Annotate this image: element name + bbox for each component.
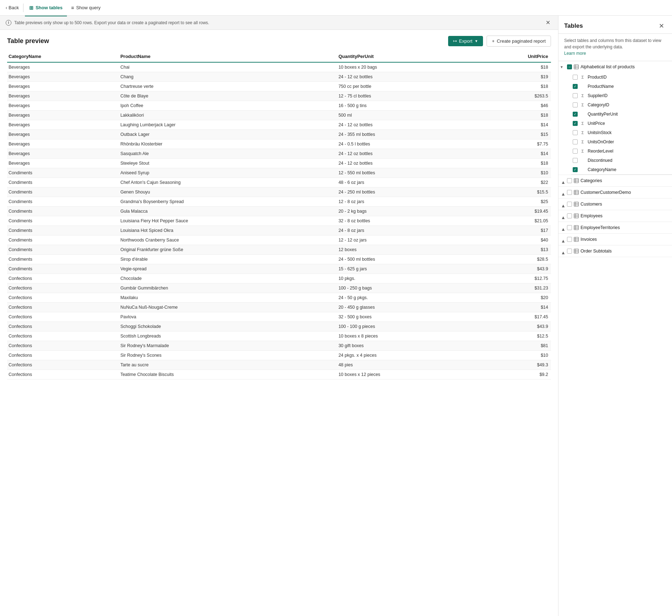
table-cell: Steeleye Stout [119, 159, 337, 168]
table-cell: Confections [7, 283, 119, 293]
table-cell: Grandma's Boysenberry Spread [119, 197, 337, 207]
sigma-icon: Σ [580, 94, 586, 98]
table-cell: Gumbär Gummibärchen [119, 283, 337, 293]
table-cell: $22 [477, 178, 551, 187]
tree-table-label: Categories [581, 178, 602, 183]
table-cell: $9.2 [477, 370, 551, 379]
column-item: Discontinued [571, 156, 672, 165]
tree-table-header[interactable]: ▶ Employees [558, 210, 672, 222]
column-checkbox[interactable] [573, 102, 578, 107]
chevron-icon: ▶ [561, 248, 565, 254]
table-row: CondimentsVegie-spread15 - 625 g jars$43… [7, 264, 551, 274]
tree-table-checkbox[interactable] [567, 213, 572, 218]
back-button[interactable]: ‹ Back [3, 4, 22, 12]
table-cell: 500 ml [337, 111, 477, 120]
table-cell: 750 cc per bottle [337, 82, 477, 91]
info-bar-left: i Table previews only show up to 500 row… [6, 20, 209, 26]
column-checkbox[interactable] [573, 158, 578, 163]
table-row: BeveragesChartreuse verte750 cc per bott… [7, 82, 551, 91]
create-paginated-button[interactable]: + Create paginated report [487, 36, 551, 47]
column-checkbox[interactable]: ✓ [573, 84, 578, 89]
learn-more-link[interactable]: Learn more [564, 51, 586, 56]
tree-table-checkbox[interactable] [567, 249, 572, 254]
table-cell: Schoggi Schokolade [119, 322, 337, 331]
column-checkbox[interactable]: ✓ [573, 167, 578, 172]
table-cell: Chef Anton's Cajun Seasoning [119, 178, 337, 187]
table-grid-icon [573, 64, 579, 70]
table-cell: Condiments [7, 245, 119, 255]
table-cell: $81 [477, 341, 551, 351]
info-icon: i [6, 20, 11, 26]
tree-table-header[interactable]: ▶ EmployeeTerritories [558, 222, 672, 233]
chevron-icon: ▶ [561, 178, 565, 184]
preview-header: Table preview ↦ Export ▼ + Create pagina… [0, 30, 558, 51]
tree-table-label: Invoices [581, 237, 597, 242]
table-row: ConfectionsMaxilaku24 - 50 g pkgs.$20 [7, 293, 551, 303]
tree-table-header[interactable]: ▶ Categories [558, 175, 672, 186]
tree-table-header[interactable]: ▶ Order Subtotals [558, 245, 672, 257]
column-checkbox[interactable]: ✓ [573, 121, 578, 126]
table-cell: 24 - 500 ml bottles [337, 255, 477, 264]
column-label: ProductName [588, 84, 614, 89]
table-row: CondimentsGula Malacca20 - 2 kg bags$19.… [7, 207, 551, 216]
info-close-button[interactable]: ✕ [544, 18, 552, 27]
right-panel-close-button[interactable]: ✕ [657, 21, 666, 31]
tree-table-checkbox[interactable] [567, 237, 572, 242]
tree-table-checkbox[interactable] [567, 225, 572, 230]
table-row: ConfectionsSir Rodney's Marmalade30 gift… [7, 341, 551, 351]
table-cell: Confections [7, 322, 119, 331]
column-checkbox[interactable] [573, 93, 578, 98]
table-cell: NuNuCa Nuß-Nougat-Creme [119, 303, 337, 312]
col-header-product: ProductName [119, 51, 337, 62]
export-button[interactable]: ↦ Export ▼ [448, 36, 483, 46]
table-header-row: CategoryName ProductName QuantityPerUnit… [7, 51, 551, 62]
table-row: BeveragesLaughing Lumberjack Lager24 - 1… [7, 120, 551, 130]
table-row: BeveragesLakkaliköori500 ml$18 [7, 111, 551, 120]
tree-table-header[interactable]: ▶ Invoices [558, 234, 672, 245]
table-cell: 24 - 12 oz bottles [337, 72, 477, 82]
table-cell: Côte de Blaye [119, 91, 337, 101]
column-item: ✓ProductName [571, 82, 672, 91]
tree-table-header[interactable]: ▶ CustomerCustomerDemo [558, 187, 672, 198]
column-checkbox[interactable] [573, 75, 578, 80]
table-cell: $18 [477, 159, 551, 168]
table-cell: Confections [7, 351, 119, 360]
column-item: ✓ΣUnitPrice [571, 119, 672, 128]
sigma-icon: Σ [580, 131, 586, 135]
tab-show-query[interactable]: ≡ Show query [67, 4, 105, 12]
table-grid-icon [573, 225, 579, 230]
table-row: BeveragesChang24 - 12 oz bottles$19 [7, 72, 551, 82]
column-checkbox[interactable]: ✓ [573, 112, 578, 117]
column-item: ΣSupplierID [571, 91, 672, 100]
tree-table-checkbox[interactable] [567, 178, 572, 183]
table-cell: $25 [477, 197, 551, 207]
chevron-icon: ▶ [561, 201, 565, 207]
tree-table-checkbox[interactable]: – [567, 64, 572, 69]
tree-table-header[interactable]: ▼– Alphabetical list of products [558, 61, 672, 73]
tree-table-checkbox[interactable] [567, 202, 572, 207]
right-panel-description: Select tables and columns from this data… [558, 34, 672, 61]
column-label: UnitsInStock [588, 130, 611, 135]
nav-divider [23, 4, 23, 12]
tab-show-tables[interactable]: ⊞ Show tables [25, 4, 67, 12]
sigma-icon: Σ [580, 140, 586, 144]
table-row: BeveragesOutback Lager24 - 355 ml bottle… [7, 130, 551, 139]
tree-group: ▶ CustomerCustomerDemo [558, 187, 672, 198]
table-cell: Condiments [7, 178, 119, 187]
table-cell: Chai [119, 62, 337, 72]
table-cell: $10 [477, 351, 551, 360]
right-panel-body[interactable]: ▼– Alphabetical list of productsΣProduct… [558, 61, 672, 616]
tree-table-header[interactable]: ▶ Customers [558, 198, 672, 210]
table-cell: 10 boxes x 8 pieces [337, 331, 477, 341]
table-cell: 24 - 50 g pkgs. [337, 293, 477, 303]
table-cell: 20 - 450 g glasses [337, 303, 477, 312]
table-cell: Confections [7, 274, 119, 283]
tree-table-checkbox[interactable] [567, 190, 572, 195]
column-checkbox[interactable] [573, 139, 578, 144]
table-wrapper[interactable]: CategoryName ProductName QuantityPerUnit… [0, 51, 558, 616]
column-checkbox[interactable] [573, 130, 578, 135]
table-cell: Aniseed Syrup [119, 168, 337, 178]
table-cell: Beverages [7, 91, 119, 101]
column-checkbox[interactable] [573, 149, 578, 154]
table-cell: Confections [7, 293, 119, 303]
